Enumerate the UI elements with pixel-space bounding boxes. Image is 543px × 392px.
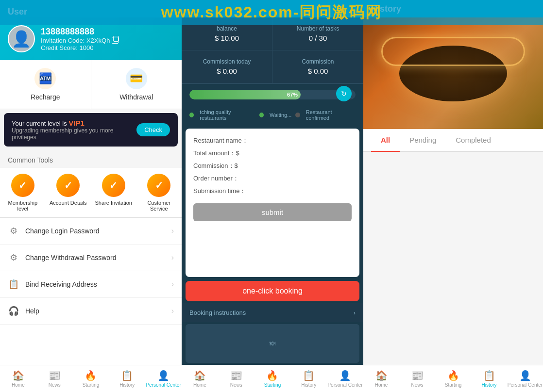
order-submission-time: Submission time：: [193, 187, 352, 196]
left-nav-home[interactable]: 🏠 Home: [0, 365, 36, 392]
profile-invite: Invitation Code: X2XkQh: [41, 37, 119, 44]
history-icon: 📋: [121, 370, 133, 381]
arrow-icon-0: ›: [171, 227, 174, 235]
right-nav-news[interactable]: 📰 News: [399, 365, 435, 392]
stat-commission-today: Commission today $ 0.00: [182, 50, 272, 83]
check-button[interactable]: Check: [136, 123, 170, 136]
menu-change-login[interactable]: ⚙ Change Login Password ›: [0, 218, 182, 245]
order-restaurant-name: Restaurant name：: [193, 136, 352, 145]
profile-section: 👤 13888888888 Invitation Code: X2XkQh Cr…: [0, 17, 182, 60]
tool-customer[interactable]: ✓ Customer Service: [136, 174, 182, 212]
step-text-0: tching quality restaurants: [198, 109, 257, 121]
mid-nav-starting[interactable]: 🔥 Starting: [255, 365, 291, 392]
stat-balance: balance $ 10.00: [182, 17, 272, 50]
right-nav-home[interactable]: 🏠 Home: [363, 365, 399, 392]
left-nav-starting[interactable]: 🔥 Starting: [73, 365, 109, 392]
tasks-value: 0 / 30: [280, 34, 356, 42]
history-content-area: [363, 152, 543, 365]
recharge-button[interactable]: 🏧 Recharge: [0, 60, 91, 109]
middle-panel: balance $ 10.00 Number of tasks 0 / 30 C…: [182, 0, 363, 392]
right-bottom-nav: 🏠 Home 📰 News 🔥 Starting 📋 History 👤 Per…: [363, 365, 543, 392]
stat-tasks: Number of tasks 0 / 30: [272, 17, 363, 50]
step-text-1: Waiting...: [268, 112, 293, 118]
right-nav-personal[interactable]: 👤 Personal Center: [507, 365, 543, 392]
left-header-title: User: [8, 7, 27, 17]
customer-icon: ✓: [147, 174, 170, 197]
right-history-icon: 📋: [483, 370, 495, 381]
commission-today-label: Commission today: [189, 58, 264, 65]
change-login-label: Change Login Password: [25, 227, 166, 235]
progress-spinner: ↻: [336, 86, 352, 101]
booking-button[interactable]: one-click booking: [186, 281, 359, 301]
submit-button[interactable]: submit: [193, 203, 352, 221]
profile-credit: Credit Score: 1000: [41, 44, 119, 51]
avatar-icon: 👤: [12, 30, 31, 48]
progress-pct: 67%: [287, 92, 298, 98]
vip-banner: Your current level is VIP1 Upgrading mem…: [4, 113, 178, 147]
filter-tabs: All Pending Completed: [363, 129, 543, 152]
share-label: Share Invitation: [95, 200, 132, 206]
left-bottom-nav: 🏠 Home 📰 News 🔥 Starting 📋 History 👤 Per…: [0, 365, 182, 392]
restaurant-thumbnail: 🍽: [186, 324, 359, 363]
account-icon: ✓: [56, 174, 80, 197]
order-overlay: Restaurant name： Total amount：$ Commissi…: [186, 129, 359, 277]
news-icon: 📰: [49, 370, 61, 381]
left-nav-history[interactable]: 📋 History: [109, 365, 145, 392]
left-panel: User 👤 13888888888 Invitation Code: X2Xk…: [0, 0, 182, 392]
vip-level-text: Your current level is VIP1: [12, 119, 136, 127]
menu-change-withdrawal[interactable]: ⚙ Change Withdrawal Password ›: [0, 245, 182, 271]
order-commission: Commission：$: [193, 162, 352, 170]
mid-nav-news[interactable]: 📰 News: [218, 365, 255, 392]
copy-icon[interactable]: [112, 37, 119, 44]
right-nav-starting[interactable]: 🔥 Starting: [435, 365, 471, 392]
membership-label: Membership level: [8, 200, 37, 212]
right-home-icon: 🏠: [375, 370, 388, 381]
tools-grid: ✓ Membership level ✓ Account Details ✓ S…: [0, 168, 182, 218]
tool-account[interactable]: ✓ Account Details: [46, 174, 91, 212]
mid-flame-icon: 🔥: [266, 370, 278, 381]
arrow-icon-1: ›: [171, 253, 174, 262]
right-nav-history[interactable]: 📋 History: [471, 365, 507, 392]
profile-info: 13888888888 Invitation Code: X2XkQh Cred…: [41, 27, 119, 51]
mid-header: [182, 0, 363, 17]
commission-label: Commission: [280, 58, 356, 65]
account-label: Account Details: [50, 200, 86, 206]
tasks-label: Number of tasks: [280, 25, 356, 32]
withdrawal-button[interactable]: 💳 Withdrawal: [91, 60, 182, 109]
settings-icon: ⚙: [8, 226, 19, 236]
share-icon: ✓: [102, 174, 125, 197]
vip-sub-text: Upgrading membership gives you more priv…: [12, 127, 136, 141]
left-nav-news[interactable]: 📰 News: [36, 365, 73, 392]
change-withdrawal-label: Change Withdrawal Password: [25, 254, 166, 261]
mid-nav-home[interactable]: 🏠 Home: [182, 365, 218, 392]
mid-nav-history[interactable]: 📋 History: [290, 365, 327, 392]
person-icon: 👤: [157, 370, 170, 381]
mid-person-icon: 👤: [339, 370, 351, 381]
menu-bind-address[interactable]: 📋 Bind Receiving Address ›: [0, 271, 182, 298]
step-dot-2: [295, 113, 300, 117]
mid-home-icon: 🏠: [194, 370, 206, 381]
booking-arrow-icon: ›: [354, 309, 356, 316]
menu-help[interactable]: 🎧 Help ›: [0, 298, 182, 325]
recharge-icon: 🏧: [34, 68, 56, 89]
step-dot-1: [259, 113, 264, 117]
withdrawal-icon: 💳: [126, 68, 147, 89]
right-flame-icon: 🔥: [447, 370, 459, 381]
vip-text: Your current level is VIP1 Upgrading mem…: [12, 119, 136, 141]
common-tools-label: Common Tools: [0, 150, 182, 168]
tool-share[interactable]: ✓ Share Invitation: [91, 174, 136, 212]
settings-icon-2: ⚙: [8, 252, 19, 263]
right-panel: History All Pending Completed 🏠 Home 📰 N…: [363, 0, 543, 392]
booking-instructions[interactable]: Booking instructions ›: [182, 303, 363, 322]
filter-pending[interactable]: Pending: [400, 129, 446, 152]
balance-label: balance: [189, 25, 264, 32]
mid-nav-personal[interactable]: 👤 Personal Center: [327, 365, 363, 392]
filter-completed[interactable]: Completed: [446, 129, 501, 152]
left-nav-personal[interactable]: 👤 Personal Center: [145, 365, 182, 392]
filter-all[interactable]: All: [371, 129, 400, 152]
restaurant-lights-decoration: [381, 37, 525, 66]
steps-row: tching quality restaurants Waiting... Re…: [182, 105, 363, 125]
home-icon: 🏠: [12, 370, 24, 381]
tool-membership[interactable]: ✓ Membership level: [0, 174, 46, 212]
mid-bottom-nav: 🏠 Home 📰 News 🔥 Starting 📋 History 👤 Per…: [182, 365, 363, 392]
